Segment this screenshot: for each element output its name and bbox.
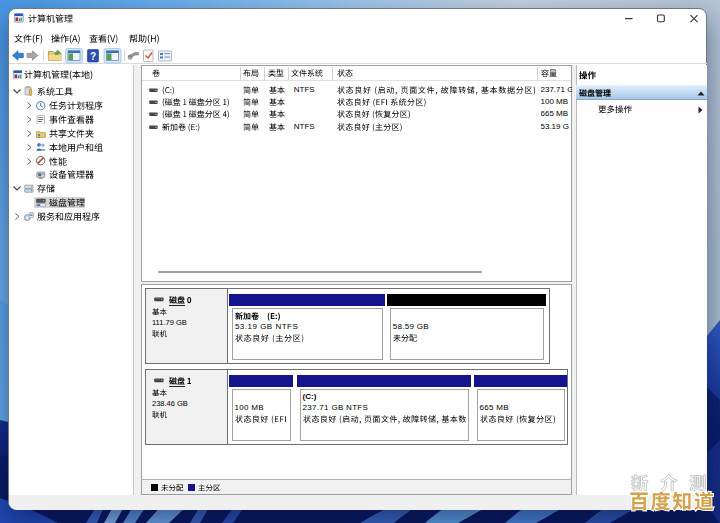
svg-text:?: ? bbox=[90, 51, 96, 62]
